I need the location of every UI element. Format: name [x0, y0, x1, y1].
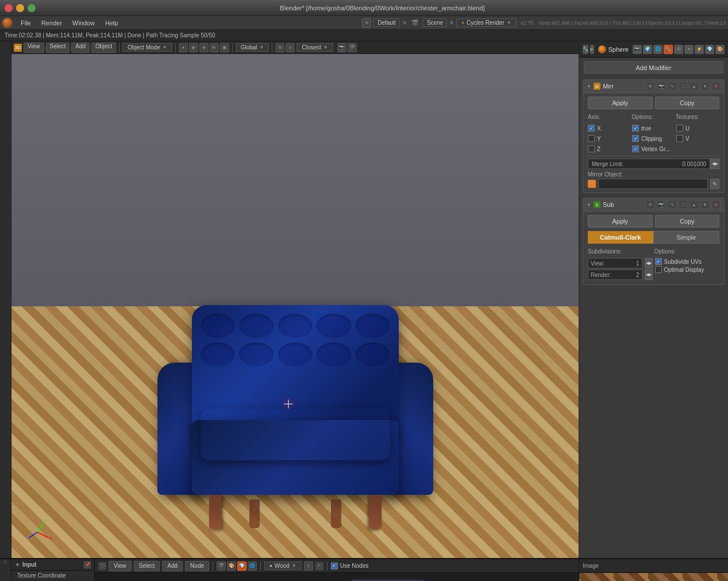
add-modifier-button[interactable]: Add Modifier: [584, 61, 723, 74]
optimal-display-checkbox[interactable]: [655, 266, 662, 273]
render-engine-selector[interactable]: ● Cycles Render ▼: [456, 18, 516, 27]
prop-icon-1[interactable]: 🔧: [583, 45, 588, 54]
node-composite-icon[interactable]: 🎬: [217, 561, 226, 571]
z-axis-checkbox[interactable]: [588, 145, 595, 152]
node-select-menu[interactable]: Select: [134, 561, 160, 571]
simple-tab[interactable]: Simple: [653, 231, 720, 244]
mirror-render-icon[interactable]: 📷: [657, 82, 666, 91]
subsurf-copy-button[interactable]: Copy: [655, 215, 720, 228]
prop-tab-scene[interactable]: 🌍: [643, 45, 652, 54]
mirror-down-icon[interactable]: ▼: [700, 82, 710, 91]
subsurf-render-icon[interactable]: 📷: [657, 200, 666, 209]
mirror-expand-icon[interactable]: ▼: [587, 84, 591, 89]
mirror-modifier-body: Apply Copy Axis: Options: Textures: ✓ X: [583, 93, 724, 193]
mirror-copy-button[interactable]: Copy: [655, 97, 720, 109]
left-strip-text[interactable]: G: [3, 560, 8, 564]
subsurf-realtime-icon[interactable]: 👁: [646, 200, 655, 209]
node-node-menu[interactable]: Node: [185, 561, 209, 571]
merge-limit-field[interactable]: Merge Limit: 0.001000: [588, 159, 710, 169]
coordinate-system-selector[interactable]: Global ▼: [236, 43, 269, 52]
use-nodes-checkbox[interactable]: ✓: [331, 563, 338, 570]
prop-tab-render[interactable]: 📷: [633, 45, 642, 54]
node-world-icon[interactable]: 🌐: [248, 561, 257, 571]
panel-pin-icon[interactable]: 📌: [84, 561, 91, 568]
menu-window[interactable]: Window: [68, 18, 99, 28]
node-material-icon-active[interactable]: 💎: [237, 561, 246, 571]
maximize-button[interactable]: [28, 4, 36, 12]
merge-checkbox[interactable]: ✓: [632, 125, 639, 132]
node-texture-icon[interactable]: 🎨: [227, 561, 236, 571]
view-stepper[interactable]: ◀▶: [645, 258, 653, 268]
mode-selector[interactable]: Object Mode ▼: [122, 43, 172, 52]
prop-tab-particles[interactable]: ✦: [684, 45, 694, 54]
menu-file[interactable]: File: [16, 18, 36, 28]
subsurf-cage-icon[interactable]: ⬡: [679, 200, 688, 209]
transform-icon[interactable]: ⊕: [210, 43, 219, 52]
clipping-checkbox[interactable]: ✓: [632, 135, 639, 142]
camera-icon[interactable]: 📷: [337, 43, 346, 52]
minimize-button[interactable]: [16, 4, 24, 12]
snap-element-selector[interactable]: Closest ▼: [296, 43, 333, 52]
draw-type-icon[interactable]: ●: [179, 43, 188, 52]
snap-icon[interactable]: ⊞: [275, 43, 284, 52]
subsurf-down-icon[interactable]: ▼: [700, 200, 710, 209]
render-stepper[interactable]: ◀▶: [645, 270, 653, 280]
prop-tab-object-active[interactable]: 🔧: [664, 45, 673, 54]
menu-render[interactable]: Render: [37, 18, 67, 28]
mirror-delete-icon[interactable]: ✕: [711, 82, 721, 91]
u-checkbox[interactable]: [676, 125, 683, 132]
node-add-menu[interactable]: Add: [162, 561, 183, 571]
node-editor-canvas[interactable]: ⬡ View Select Add Node 🎬 🎨 💎 🌐 ● Wood ▼ …: [95, 559, 579, 581]
x-axis-checkbox[interactable]: ✓: [588, 125, 595, 132]
y-axis-checkbox[interactable]: [588, 135, 595, 142]
material-selector[interactable]: ● Wood ▼: [264, 561, 302, 570]
menu-help[interactable]: Help: [101, 18, 123, 28]
object-menu[interactable]: Object: [91, 43, 116, 53]
prop-icon-2[interactable]: ▶: [590, 45, 594, 54]
prop-tab-materials[interactable]: 💎: [705, 45, 714, 54]
render-field[interactable]: Render: 2: [588, 270, 642, 280]
mirror-editmode-icon[interactable]: ✎: [668, 82, 677, 91]
window-controls[interactable]: [5, 4, 36, 12]
render-icon[interactable]: ◈: [199, 43, 209, 52]
mirror-object-pick-button[interactable]: ✎: [710, 179, 719, 189]
merge-limit-controls[interactable]: ◀▶: [710, 159, 719, 169]
v-checkbox[interactable]: [676, 135, 683, 142]
snap-type-icon[interactable]: ◎: [286, 43, 295, 52]
subsurf-editmode-icon[interactable]: ✎: [668, 200, 677, 209]
subsurf-expand-icon[interactable]: ▼: [587, 202, 591, 207]
node-view-menu[interactable]: View: [109, 561, 132, 571]
panel-expand-icon[interactable]: ▼: [15, 562, 20, 568]
subsurf-apply-button[interactable]: Apply: [588, 215, 653, 228]
material-browse-icon[interactable]: 2: [304, 561, 313, 571]
subsurf-up-icon[interactable]: ▲: [690, 200, 699, 209]
viewport-scene[interactable]: X Y Z: [11, 54, 579, 558]
catmull-clark-tab[interactable]: Catmull-Clark: [588, 231, 653, 244]
subdivide-uvs-checkbox[interactable]: ✓: [655, 258, 662, 265]
mirror-cage-icon[interactable]: ⬡: [679, 82, 688, 91]
prop-tab-modifier[interactable]: ⚙: [674, 45, 683, 54]
mirror-apply-button[interactable]: Apply: [588, 97, 653, 109]
material-add-icon[interactable]: F: [315, 562, 323, 570]
input-item-texture-coord[interactable]: Texture Coordinate: [11, 571, 94, 581]
vertex-gr-checkbox[interactable]: ✓: [632, 145, 639, 152]
subsurf-delete-icon[interactable]: ✕: [711, 200, 721, 209]
close-button[interactable]: [5, 4, 13, 12]
prop-tab-physics[interactable]: ⚡: [695, 45, 704, 54]
add-menu[interactable]: Add: [71, 43, 90, 53]
view-menu[interactable]: View: [24, 43, 44, 53]
display-icon[interactable]: ◉: [189, 43, 198, 52]
view-field[interactable]: View: 1: [588, 258, 642, 268]
prop-tab-world[interactable]: 🌐: [653, 45, 662, 54]
scene-selector[interactable]: Scene: [423, 18, 447, 27]
select-menu[interactable]: Select: [46, 43, 70, 53]
render-preview-icon[interactable]: 🎬: [348, 43, 357, 52]
viewport-shade-icon[interactable]: ▣: [220, 43, 229, 52]
prop-tab-texture[interactable]: 🎨: [715, 45, 725, 54]
mirror-realtime-icon[interactable]: 👁: [646, 82, 655, 91]
viewport-3d[interactable]: 3D View Select Add Object Object Mode ▼ …: [11, 41, 579, 558]
mirror-up-icon[interactable]: ▲: [690, 82, 699, 91]
mirror-object-field[interactable]: [598, 179, 708, 189]
workspace-selector[interactable]: Default: [373, 18, 400, 27]
nodes-area[interactable]: ▼ Image Texture Wood F ✎✕ Color ▼: [95, 573, 579, 581]
